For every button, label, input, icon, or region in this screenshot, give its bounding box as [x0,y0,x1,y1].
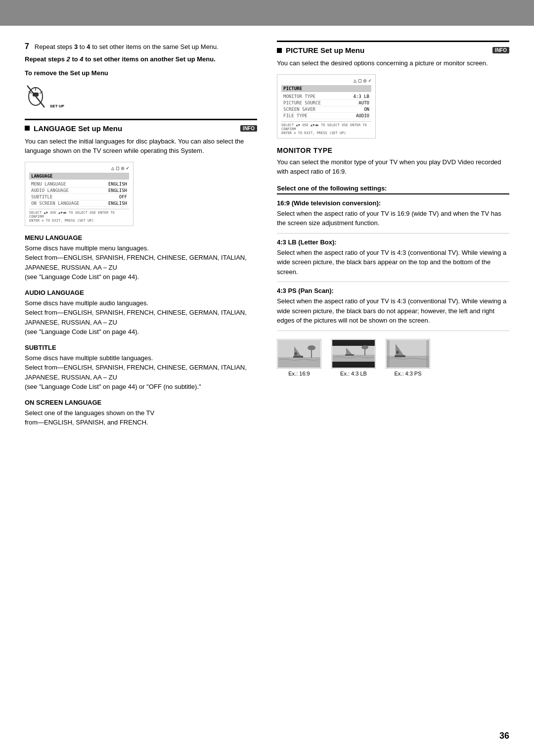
step-7: 7 Repeat steps 3 to 4 to set other items… [25,41,257,64]
svg-rect-33 [426,340,429,368]
illustration-43ps-svg [386,339,430,369]
language-section-header: LANGUAGE Set up Menu INFO [25,119,257,133]
option-169-body: Select when the aspect ratio of your TV … [277,209,509,228]
option-43lb-body: Select when the aspect ratio of your TV … [277,248,509,277]
screen-row: MENU LANGUAGEENGLISH [29,181,129,188]
section-square-icon [25,126,30,131]
svg-rect-22 [345,354,354,356]
svg-rect-32 [387,340,390,368]
svg-rect-30 [395,355,405,357]
svg-rect-27 [387,340,429,356]
setup-button-icon [25,82,47,109]
illustrations-row: Ex.: 16:9 [277,339,509,377]
svg-rect-19 [332,346,375,355]
illustration-43lb-svg [331,339,376,369]
to-remove-title: To remove the Set up Menu [25,69,257,77]
svg-point-24 [361,345,368,349]
setup-icon-area: SET UP [25,82,257,109]
monitor-type-title: MONITOR TYPE [277,146,509,154]
svg-point-12 [294,352,297,355]
illustration-169: Ex.: 16:9 [277,339,321,377]
page-number: 36 [499,731,509,741]
picture-section-square-icon [277,48,282,53]
screen-row: MONITOR TYPE4:3 LB [281,94,371,100]
option-169-title: 16:9 (Wide television conversion): [277,199,509,207]
illustration-43ps-label: Ex.: 4:3 PS [394,371,421,377]
picture-screen-top-icons: △□◎✓ [281,78,371,83]
picture-section-body: You can select the desired options conce… [277,58,509,68]
illustration-43ps: Ex.: 4:3 PS [386,339,430,377]
screen-row: SCREEN SAVERON [281,106,371,113]
svg-point-31 [396,351,399,354]
screen-top-icons: △□◎✓ [29,165,129,171]
picture-section-header: PICTURE Set up Menu INFO [277,41,509,54]
divider [277,233,509,234]
menu-language-body: Some discs have multiple menu languages.… [25,243,257,282]
screen-title: LANGUAGE [29,173,129,180]
menu-language-title: MENU LANGUAGE [25,234,257,241]
picture-screen-bottom-text: SELECT ▲▼ USE ▲▼◀▶ TO SELECT USE ENTER T… [281,121,371,135]
illustration-169-svg [277,339,321,369]
right-column: PICTURE Set up Menu INFO You can select … [277,41,509,427]
picture-section-title: PICTURE Set up Menu [286,46,364,54]
subtitle-title: SUBTITLE [25,344,257,351]
on-screen-language-body: Select one of the languages shown on the… [25,408,257,427]
language-section-body: You can select the initial languages for… [25,137,257,156]
screen-row: PICTURE SOURCEAUTO [281,100,371,106]
step-number: 7 [25,42,29,50]
svg-rect-17 [332,362,375,368]
screen-row: ON SCREEN LANGUAGEENGLISH [29,200,129,207]
svg-rect-16 [332,340,375,346]
monitor-type-body: You can select the monitor type of your … [277,157,509,177]
left-column: 7 Repeat steps 3 to 4 to set other items… [25,41,257,427]
divider [277,282,509,282]
svg-rect-11 [293,356,303,358]
audio-language-title: AUDIO LANGUAGE [25,289,257,296]
illustration-169-label: Ex.: 16:9 [288,371,310,377]
language-info-badge: INFO [240,125,257,132]
select-one-title: Select one of the following settings: [277,185,509,194]
top-bar [0,0,534,26]
divider [277,331,509,331]
setup-label: SET UP [50,101,64,109]
option-43lb-title: 4:3 LB (Letter Box): [277,238,509,246]
screen-bottom-text: SELECT ▲▼ USE ▲▼◀▶ TO SELECT USE ENTER T… [29,209,129,223]
svg-rect-20 [332,355,375,362]
screen-row: FILE TYPEAUDIO [281,113,371,119]
screen-row: AUDIO LANGUAGEENGLISH [29,188,129,194]
step7-text1: Repeat steps 3 to 4 to set other items o… [35,43,219,50]
language-screen-mockup: △□◎✓ LANGUAGE MENU LANGUAGEENGLISH AUDIO… [25,162,134,226]
picture-screen-mockup: △□◎✓ PICTURE MONITOR TYPE4:3 LB PICTURE … [277,74,376,139]
subtitle-body: Some discs have multiple subtitle langua… [25,353,257,392]
picture-screen-title: PICTURE [281,85,371,92]
language-section-title: LANGUAGE Set up Menu [34,124,122,133]
audio-language-body: Some discs have multiple audio languages… [25,298,257,337]
picture-info-badge: INFO [492,47,509,53]
option-43ps-body: Select when the aspect ratio of your TV … [277,296,509,326]
svg-point-14 [308,345,315,350]
step7-text2: Repeat steps 2 to 4 to set other items o… [25,55,216,63]
illustration-43lb-label: Ex.: 4:3 LB [340,371,367,377]
option-43ps-title: 4:3 PS (Pan Scan): [277,287,509,294]
screen-row: SUBTITLEOFF [29,194,129,200]
svg-rect-28 [387,356,429,368]
on-screen-language-title: ON SCREEN LANGUAGE [25,399,257,406]
illustration-43lb: Ex.: 4:3 LB [331,339,376,377]
